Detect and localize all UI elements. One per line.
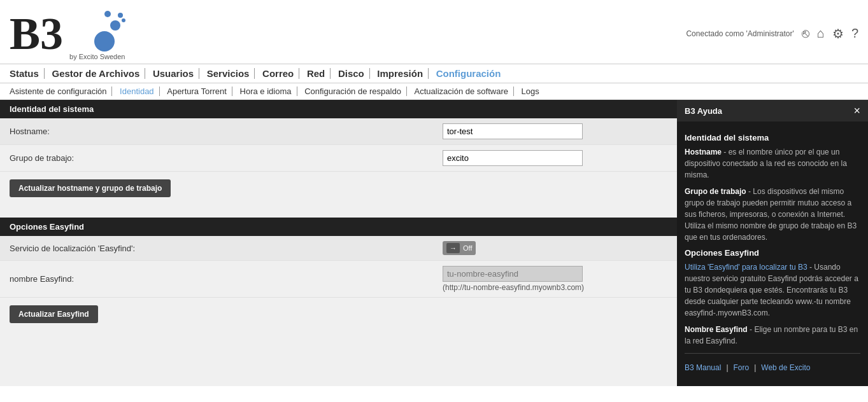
help-easyfind-title: Opciones Easyfind xyxy=(685,248,860,258)
easyfind-service-label: Servicio de localización 'Easyfind': xyxy=(10,244,443,253)
easyfind-name-input-wrapper: (http://tu-nombre-easyfind.myownb3.com) xyxy=(443,266,584,292)
nav-correo[interactable]: Correo xyxy=(257,68,299,79)
settings-icon[interactable]: ⚙ xyxy=(832,26,844,41)
svg-point-3 xyxy=(118,13,123,18)
top-icons-area: Conectado como 'Administrator' ⎋ ⌂ ⚙ ? xyxy=(686,26,858,41)
subnav-respaldo[interactable]: Configuración de respaldo xyxy=(299,87,407,96)
help-panel-title: B3 Ayuda xyxy=(685,106,722,116)
nav-usuarios[interactable]: Usuarios xyxy=(148,68,199,79)
help-footer-sep1: | xyxy=(726,363,728,372)
svg-point-0 xyxy=(94,31,115,52)
easyfind-name-row: nombre Easyfind: (http://tu-nombre-easyf… xyxy=(0,261,677,298)
hostname-input[interactable] xyxy=(443,123,583,139)
workgroup-input[interactable] xyxy=(443,150,583,166)
help-footer-manual[interactable]: B3 Manual xyxy=(685,363,721,372)
help-workgroup-item: Grupo de trabajo - Los dispositivos del … xyxy=(685,186,860,243)
help-close-button[interactable]: × xyxy=(853,105,860,116)
nav-disco[interactable]: Disco xyxy=(333,68,370,79)
help-easyfind-service-item: Utiliza 'Easyfind' para localizar tu B3 … xyxy=(685,261,860,319)
logo-area: B3 by Excito Sweden xyxy=(10,6,127,60)
update-hostname-button[interactable]: Actualizar hostname y grupo de trabajo xyxy=(10,179,171,197)
subnav-apertura[interactable]: Apertura Torrent xyxy=(162,87,232,96)
nav-impresion[interactable]: Impresión xyxy=(372,68,429,79)
easyfind-toggle-row: Servicio de localización 'Easyfind': → O… xyxy=(0,236,677,261)
help-easyfind-name-item: Nombre Easyfind - Elige un nombre para t… xyxy=(685,324,860,347)
nav-gestor[interactable]: Gestor de Archivos xyxy=(46,68,145,79)
connected-status: Conectado como 'Administrator' xyxy=(686,29,793,38)
help-panel-body: Identidad del sistema Hostname - es el n… xyxy=(677,121,868,382)
main-nav: Status Gestor de Archivos Usuarios Servi… xyxy=(0,64,868,83)
toggle-off-label: Off xyxy=(463,244,472,252)
hostname-input-wrapper xyxy=(443,123,583,139)
help-footer-sep2: | xyxy=(754,363,756,372)
subnav-logs[interactable]: Logs xyxy=(516,87,544,96)
subnav-hora[interactable]: Hora e idioma xyxy=(235,87,297,96)
easyfind-toggle-wrapper[interactable]: → Off xyxy=(443,241,476,255)
hostname-row: Hostname: xyxy=(0,118,677,145)
logo-dots-area: by Excito Sweden xyxy=(69,6,127,60)
header: B3 by Excito Sweden Conectado como 'Admi… xyxy=(0,0,868,64)
easyfind-section: Opciones Easyfind Servicio de localizaci… xyxy=(0,218,677,331)
toggle-arrow-icon: → xyxy=(446,243,460,253)
nav-red[interactable]: Red xyxy=(302,68,331,79)
svg-point-4 xyxy=(122,18,125,22)
identity-btn-area: Actualizar hostname y grupo de trabajo xyxy=(0,172,677,205)
content-wrapper: Identidad del sistema Hostname: Grupo de… xyxy=(0,100,868,386)
help-identity-title: Identidad del sistema xyxy=(685,133,860,142)
help-easyfind-name-term: Nombre Easyfind xyxy=(685,325,748,334)
logo-b3: B3 xyxy=(10,11,63,57)
easyfind-section-header: Opciones Easyfind xyxy=(0,218,677,236)
help-icon[interactable]: ? xyxy=(851,26,858,41)
svg-point-2 xyxy=(104,11,111,17)
spacer xyxy=(0,205,677,218)
help-footer-foro[interactable]: Foro xyxy=(734,363,750,372)
update-easyfind-button[interactable]: Actualizar Easyfind xyxy=(10,305,98,323)
subnav-identidad[interactable]: Identidad xyxy=(115,87,160,96)
easyfind-url-label: (http://tu-nombre-easyfind.myownb3.com) xyxy=(443,283,584,292)
identity-section: Identidad del sistema Hostname: Grupo de… xyxy=(0,100,677,205)
home-icon[interactable]: ⌂ xyxy=(817,26,825,41)
workgroup-input-wrapper xyxy=(443,150,583,166)
easyfind-toggle[interactable]: → Off xyxy=(443,241,476,255)
help-footer-excito[interactable]: Web de Excito xyxy=(761,363,810,372)
easyfind-name-label: nombre Easyfind: xyxy=(10,274,443,284)
workgroup-label: Grupo de trabajo: xyxy=(10,153,443,163)
by-excito: by Excito Sweden xyxy=(69,53,125,60)
easyfind-btn-area: Actualizar Easyfind xyxy=(0,298,677,331)
main-content: Identidad del sistema Hostname: Grupo de… xyxy=(0,100,677,386)
help-easyfind-service-link[interactable]: Utiliza 'Easyfind' para localizar tu B3 xyxy=(685,263,808,272)
help-workgroup-term: Grupo de trabajo xyxy=(685,187,746,196)
easyfind-name-input[interactable] xyxy=(443,266,583,282)
help-panel: B3 Ayuda × Identidad del sistema Hostnam… xyxy=(677,100,868,386)
nav-status[interactable]: Status xyxy=(10,68,45,79)
hostname-label: Hostname: xyxy=(10,127,443,136)
svg-point-1 xyxy=(110,20,120,31)
easyfind-section-title: Opciones Easyfind xyxy=(10,222,84,232)
sub-nav: Asistente de configuración Identidad Ape… xyxy=(0,83,868,100)
identity-section-header: Identidad del sistema xyxy=(0,100,677,118)
nav-configuracion[interactable]: Configuración xyxy=(431,68,506,79)
help-hostname-term: Hostname xyxy=(685,148,722,156)
workgroup-row: Grupo de trabajo: xyxy=(0,145,677,172)
help-footer: B3 Manual | Foro | Web de Excito xyxy=(685,360,860,375)
logout-icon[interactable]: ⎋ xyxy=(802,26,809,41)
subnav-asistente[interactable]: Asistente de configuración xyxy=(10,87,112,96)
help-panel-header: B3 Ayuda × xyxy=(677,100,868,121)
identity-section-title: Identidad del sistema xyxy=(10,104,94,114)
help-divider xyxy=(685,353,860,354)
help-hostname-item: Hostname - es el nombre único por el que… xyxy=(685,146,860,181)
subnav-actualizacion[interactable]: Actualización de software xyxy=(409,87,514,96)
nav-servicios[interactable]: Servicios xyxy=(202,68,255,79)
